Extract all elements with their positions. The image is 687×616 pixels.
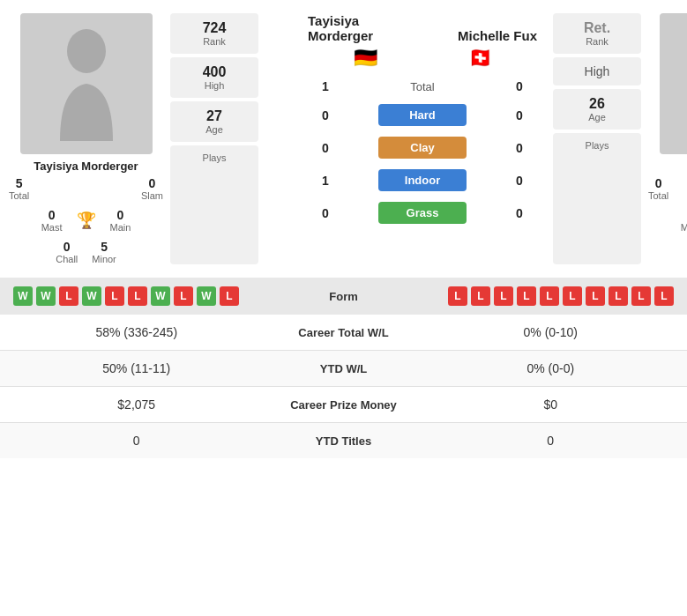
right-mast-stat: 0 Mast <box>681 208 687 233</box>
form-badge-left-w: W <box>13 286 33 306</box>
form-badge-left-w: W <box>82 286 101 306</box>
career-stat-right-3: 0 <box>432 434 670 448</box>
right-player-avatar <box>660 13 688 154</box>
match-indoor-row: 1 Indoor 0 <box>299 164 546 197</box>
right-plays-box: Plays <box>553 133 641 264</box>
form-label: Form <box>291 290 397 303</box>
career-stat-label-2: Career Prize Money <box>256 398 432 412</box>
right-info-panel: Ret. Rank High 26 Age Plays <box>553 13 641 264</box>
right-age-box: 26 Age <box>553 89 641 130</box>
career-stat-right-1: 0% (0-0) <box>432 361 670 375</box>
right-header-name: Michelle Fux 🇨🇭 <box>422 28 537 70</box>
form-badge-left-l: L <box>128 286 147 306</box>
left-header-name: Tayisiya Morderger 🇩🇪 <box>308 13 422 70</box>
form-badge-left-w: W <box>36 286 56 306</box>
match-grass-row: 0 Grass 0 <box>299 197 546 229</box>
match-clay-row: 0 Clay 0 <box>299 131 546 164</box>
form-badge-right-l: L <box>517 286 536 306</box>
left-main-stat: 0 Main <box>110 208 131 233</box>
right-player-stats: 0 Total 0 Slam 0 Mast 🏆 0 <box>648 176 687 264</box>
hard-badge: Hard <box>378 104 467 126</box>
match-total-row: 1 Total 0 <box>299 74 546 99</box>
career-stats-table: 58% (336-245)Career Total W/L0% (0-10)50… <box>0 315 687 458</box>
left-rank-box: 724 Rank <box>170 13 258 54</box>
career-stat-left-2: $2,075 <box>18 397 256 412</box>
top-section: Tayisiya Morderger 5 Total 0 Slam 0 Mas <box>0 0 687 278</box>
left-avatar-silhouette <box>51 26 122 141</box>
left-flag: 🇩🇪 <box>308 47 422 70</box>
career-stat-right-2: $0 <box>432 397 670 412</box>
form-badge-left-l: L <box>174 286 193 306</box>
form-badge-right-l: L <box>586 286 605 306</box>
left-total-stat: 5 Total <box>9 176 29 201</box>
form-badge-left-w: W <box>151 286 170 306</box>
form-badge-right-l: L <box>631 286 651 306</box>
main-container: Tayisiya Morderger 5 Total 0 Slam 0 Mas <box>0 0 687 458</box>
career-stat-row-0: 58% (336-245)Career Total W/L0% (0-10) <box>0 315 687 351</box>
clay-badge: Clay <box>378 137 467 159</box>
right-total-stat: 0 Total <box>648 176 668 201</box>
right-high-box: High <box>553 57 641 85</box>
left-info-panel: 724 Rank 400 High 27 Age Plays <box>170 13 258 264</box>
form-badge-left-l: L <box>220 286 239 306</box>
left-high-box: 400 High <box>170 57 258 98</box>
left-minor-stat: 5 Minor <box>92 240 116 264</box>
form-badge-right-l: L <box>494 286 513 306</box>
right-player-card: Michelle Fux 0 Total 0 Slam 0 Mast <box>648 13 687 264</box>
left-flag-area <box>265 13 292 264</box>
left-plays-box: Plays <box>170 145 258 264</box>
svg-point-0 <box>67 29 106 73</box>
match-hard-row: 0 Hard 0 <box>299 99 546 131</box>
form-badge-left-l: L <box>105 286 124 306</box>
form-badge-right-l: L <box>448 286 467 306</box>
left-player-avatar <box>20 13 153 154</box>
career-stat-label-0: Career Total W/L <box>256 326 432 339</box>
right-form-badges: LLLLLLLLLL <box>401 286 675 306</box>
career-stat-row-3: 0YTD Titles0 <box>0 423 687 458</box>
career-stat-left-3: 0 <box>18 434 256 448</box>
right-trophy-row: 0 Mast 🏆 0 Main <box>648 208 687 233</box>
career-stat-left-1: 50% (11-11) <box>18 361 256 375</box>
left-player-stats: 5 Total 0 Slam 0 Mast 🏆 0 <box>9 176 163 264</box>
left-chall-stat: 0 Chall <box>56 240 78 264</box>
left-slam-stat: 0 Slam <box>141 176 163 201</box>
left-age-box: 27 Age <box>170 101 258 142</box>
form-badge-left-w: W <box>197 286 216 306</box>
form-badge-left-l: L <box>59 286 78 306</box>
player-names-row: Tayisiya Morderger 🇩🇪 Michelle Fux 🇨🇭 <box>299 13 546 74</box>
career-stat-left-0: 58% (336-245) <box>18 325 256 339</box>
career-stat-row-2: $2,075Career Prize Money$0 <box>0 387 687 423</box>
left-trophy-icon: 🏆 <box>77 211 96 230</box>
left-player-card: Tayisiya Morderger 5 Total 0 Slam 0 Mas <box>9 13 163 264</box>
form-badge-right-l: L <box>471 286 490 306</box>
career-stat-row-1: 50% (11-11)YTD W/L0% (0-0) <box>0 351 687 387</box>
indoor-badge: Indoor <box>378 169 467 191</box>
left-trophy-row: 0 Mast 🏆 0 Main <box>9 208 163 233</box>
form-badge-right-l: L <box>563 286 582 306</box>
form-badge-right-l: L <box>654 286 674 306</box>
right-rank-box: Ret. Rank <box>553 13 641 54</box>
form-badge-right-l: L <box>609 286 628 306</box>
right-flag: 🇨🇭 <box>422 47 537 70</box>
career-stat-label-1: YTD W/L <box>256 362 432 375</box>
left-chall-minor-row: 0 Chall 5 Minor <box>9 240 163 264</box>
career-stat-right-0: 0% (0-10) <box>432 325 670 339</box>
match-panel: Tayisiya Morderger 🇩🇪 Michelle Fux 🇨🇭 1 … <box>299 13 546 264</box>
grass-badge: Grass <box>378 202 467 224</box>
form-badge-right-l: L <box>540 286 559 306</box>
career-stat-label-3: YTD Titles <box>256 434 432 448</box>
right-chall-minor-row: 0 Chall 0 Minor <box>648 240 687 264</box>
left-mast-stat: 0 Mast <box>41 208 63 233</box>
left-player-name: Tayisiya Morderger <box>34 160 138 173</box>
left-form-badges: WWLWLLWLWL <box>13 286 287 306</box>
form-section: WWLWLLWLWL Form LLLLLLLLLL <box>0 278 687 315</box>
